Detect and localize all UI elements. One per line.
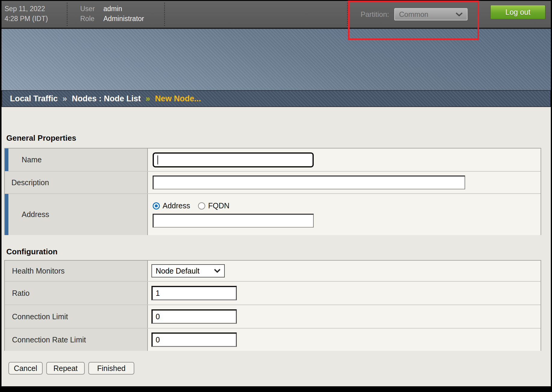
connection-rate-limit-value-cell xyxy=(148,329,541,351)
address-label: Address xyxy=(11,210,49,219)
form-actions: Cancel Repeat Finished xyxy=(8,362,134,375)
table-row-address: Address Address FQDN xyxy=(5,193,541,235)
breadcrumb-page[interactable]: Nodes : Node List xyxy=(72,94,141,103)
name-input[interactable] xyxy=(153,152,314,167)
time-text: 4:28 PM (IDT) xyxy=(5,14,48,24)
user-role-labels: User Role xyxy=(80,4,95,24)
breadcrumb-separator: » xyxy=(63,94,67,103)
divider xyxy=(67,3,68,26)
configuration-table: Health Monitors Node Default Ratio xyxy=(4,260,541,351)
name-value-cell xyxy=(148,149,541,171)
required-indicator xyxy=(5,194,8,235)
chevron-down-icon xyxy=(456,12,463,17)
health-monitors-select[interactable]: Node Default xyxy=(151,264,225,277)
connection-limit-input[interactable] xyxy=(151,309,237,324)
user-value: admin xyxy=(103,4,144,14)
address-radio[interactable] xyxy=(153,202,160,210)
configuration-title: Configuration xyxy=(6,247,57,256)
repeat-button[interactable]: Repeat xyxy=(46,362,85,375)
table-row-name: Name xyxy=(5,149,541,171)
general-properties-table: Name Description xyxy=(4,148,541,235)
breadcrumb-section[interactable]: Local Traffic xyxy=(10,94,58,103)
text-cursor xyxy=(157,155,158,164)
address-input[interactable] xyxy=(153,214,314,228)
top-bar: Sep 11, 2022 4:28 PM (IDT) User Role adm… xyxy=(2,1,551,28)
banner xyxy=(2,28,551,90)
connection-limit-label-cell: Connection Limit xyxy=(5,305,148,328)
table-row-description: Description xyxy=(5,171,541,193)
table-row-health-monitors: Health Monitors Node Default xyxy=(5,261,541,281)
ratio-label: Ratio xyxy=(12,289,29,298)
description-value-cell xyxy=(148,172,541,193)
partition-label: Partition: xyxy=(361,1,389,28)
description-input[interactable] xyxy=(153,176,465,189)
partition-select-value: Common xyxy=(399,10,456,19)
user-label: User xyxy=(80,4,95,14)
chevron-down-icon xyxy=(214,269,221,273)
address-radio-label: Address xyxy=(163,201,190,210)
partition-select[interactable]: Common xyxy=(394,8,468,20)
connection-limit-value-cell xyxy=(148,305,541,328)
table-row-ratio: Ratio xyxy=(5,281,541,305)
general-properties-title: General Properties xyxy=(6,133,76,143)
health-monitors-label: Health Monitors xyxy=(12,267,65,275)
date-text: Sep 11, 2022 xyxy=(5,4,48,14)
connection-rate-limit-label-cell: Connection Rate Limit xyxy=(5,329,148,351)
cancel-button[interactable]: Cancel xyxy=(8,362,43,375)
role-label: Role xyxy=(80,14,95,24)
health-monitors-label-cell: Health Monitors xyxy=(5,261,148,281)
bigip-new-node-page: Sep 11, 2022 4:28 PM (IDT) User Role adm… xyxy=(0,0,552,392)
description-label: Description xyxy=(11,178,49,187)
connection-limit-label: Connection Limit xyxy=(12,312,68,321)
datetime: Sep 11, 2022 4:28 PM (IDT) xyxy=(5,4,48,24)
logout-button[interactable]: Log out xyxy=(490,5,545,19)
table-row-connection-rate-limit: Connection Rate Limit xyxy=(5,328,541,351)
divider xyxy=(164,3,165,26)
description-label-cell: Description xyxy=(5,172,148,193)
ratio-value-cell xyxy=(148,282,541,305)
connection-rate-limit-input[interactable] xyxy=(151,332,237,347)
role-value: Administrator xyxy=(103,14,144,24)
main-content: General Properties Name Description xyxy=(2,107,551,386)
health-monitors-value-cell: Node Default xyxy=(148,261,541,281)
address-value-cell: Address FQDN xyxy=(148,194,541,235)
breadcrumb-current: New Node... xyxy=(155,94,201,103)
table-row-connection-limit: Connection Limit xyxy=(5,305,541,328)
connection-rate-limit-label: Connection Rate Limit xyxy=(12,335,86,344)
required-indicator xyxy=(5,149,8,171)
name-label: Name xyxy=(11,155,42,164)
fqdn-radio-label: FQDN xyxy=(208,201,230,210)
breadcrumb: Local Traffic » Nodes : Node List » New … xyxy=(2,90,551,107)
ratio-label-cell: Ratio xyxy=(5,282,148,305)
ratio-input[interactable] xyxy=(151,286,237,300)
name-label-cell: Name xyxy=(5,149,148,171)
divider xyxy=(347,3,348,26)
user-role-values: admin Administrator xyxy=(103,4,144,24)
fqdn-radio[interactable] xyxy=(198,202,205,210)
health-monitors-select-value: Node Default xyxy=(156,267,214,275)
finished-button[interactable]: Finished xyxy=(88,362,134,375)
breadcrumb-separator: » xyxy=(146,94,150,103)
address-type-radios: Address FQDN xyxy=(153,201,230,210)
address-label-cell: Address xyxy=(5,194,148,235)
